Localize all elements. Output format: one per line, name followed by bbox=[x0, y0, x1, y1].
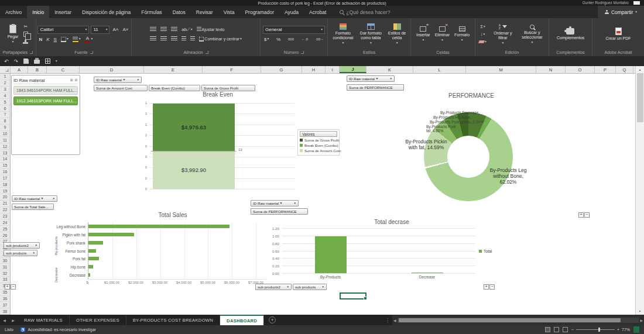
font-color-button[interactable]: A▾ bbox=[83, 36, 94, 43]
column-header-g[interactable]: G bbox=[261, 66, 302, 73]
pivot-button-break-even-combo[interactable]: Break Even (Combo) bbox=[149, 85, 200, 91]
bar-leg-without-bone[interactable] bbox=[88, 225, 229, 228]
column-header-c[interactable]: C bbox=[47, 66, 80, 73]
number-format-select[interactable]: General ▾ bbox=[263, 26, 325, 34]
pivot-button-sub-products-bottom[interactable]: sub products ▼ bbox=[293, 284, 327, 290]
pivot-filter-decrase[interactable]: ID Raw material ▼ bbox=[251, 200, 299, 206]
row-header-10[interactable]: 10 bbox=[0, 131, 10, 137]
increase-font-button[interactable]: A˄ bbox=[111, 26, 119, 33]
font-size-select[interactable]: 11 ▾ bbox=[91, 26, 109, 34]
pivot-button-sub-products2-bottom[interactable]: sub products2 ▼ bbox=[255, 284, 292, 290]
scrollbar-thumb[interactable] bbox=[399, 318, 621, 322]
delete-cells-button[interactable]: Eliminar ▾ bbox=[434, 26, 451, 42]
cell-styles-button[interactable]: Estilos de celda ▾ bbox=[386, 23, 408, 45]
next-sheet-icon[interactable]: ▶ bbox=[9, 315, 18, 325]
dialog-launcher-icon[interactable] bbox=[30, 51, 33, 54]
format-as-table-button[interactable]: Dar formato como tabla ▾ bbox=[358, 23, 384, 45]
bar-pork-fat[interactable] bbox=[88, 257, 99, 260]
row-header-4[interactable]: 4 bbox=[0, 93, 10, 99]
align-middle-button[interactable] bbox=[159, 26, 168, 33]
new-sheet-button[interactable]: + bbox=[269, 316, 276, 323]
sheet-tab-dashboard[interactable]: DASHBOARD bbox=[220, 315, 264, 325]
column-header-o[interactable]: O bbox=[566, 66, 595, 73]
sheet-tab-by-products-cost-breakdown[interactable]: BY-PRODUCTS COST BREAKDOWN bbox=[126, 315, 220, 325]
pivot-filter-id-raw-material[interactable]: ID Raw material ▼ bbox=[94, 77, 142, 83]
tab-datos[interactable]: Datos bbox=[167, 6, 191, 18]
row-header-5[interactable]: 5 bbox=[0, 99, 10, 105]
row-header-19[interactable]: 19 bbox=[0, 188, 10, 194]
pivot-button-total-sales-value[interactable]: Suma de Total Sale... bbox=[12, 204, 54, 210]
pivot-button-sub-products2[interactable]: sub products2 ▼ bbox=[4, 242, 40, 249]
zoom-in-icon[interactable]: + bbox=[617, 328, 619, 332]
table-icon[interactable] bbox=[45, 58, 50, 64]
sheet-tab-raw-materials[interactable]: RAW MATERIALS bbox=[18, 315, 70, 325]
window-controls[interactable] bbox=[633, 1, 640, 5]
cut-button[interactable]: ✂ bbox=[22, 23, 29, 30]
clear-filter-icon[interactable]: ⊘ bbox=[74, 78, 78, 82]
row-header-15[interactable]: 15 bbox=[0, 163, 10, 169]
pivot-button-decrase-value[interactable]: Suma de PERFORMANCE bbox=[251, 208, 308, 215]
row-header-23[interactable]: 23 bbox=[0, 214, 10, 220]
row-header-3[interactable]: 3 bbox=[0, 87, 10, 93]
row-header-32[interactable]: 32 bbox=[0, 270, 10, 277]
column-by-products[interactable] bbox=[315, 236, 347, 273]
merge-center-button[interactable]: Combinar y centrar▾ bbox=[198, 35, 242, 43]
row-header-7[interactable]: 7 bbox=[0, 112, 10, 118]
decrease-font-button[interactable]: A˅ bbox=[122, 26, 130, 33]
tab-programador[interactable]: Programador bbox=[239, 6, 279, 18]
prev-sheet-icon[interactable]: ◀ bbox=[0, 315, 9, 325]
pivot-button-gross-profit[interactable]: Suma de Gross Profit bbox=[201, 85, 255, 91]
page-layout-view-icon[interactable] bbox=[554, 327, 559, 332]
column-header-e[interactable]: E bbox=[144, 66, 203, 73]
dialog-launcher-icon[interactable] bbox=[90, 51, 93, 54]
addins-button[interactable]: Complementos bbox=[556, 27, 585, 41]
borders-button[interactable]: ▾ bbox=[60, 36, 70, 43]
customize-icon[interactable]: ▾ bbox=[56, 60, 57, 63]
column-header-a[interactable]: A bbox=[11, 66, 28, 73]
bar-pigkin-with-fat[interactable] bbox=[88, 233, 134, 236]
insert-cells-button[interactable]: Insertar ▾ bbox=[415, 26, 431, 42]
find-select-button[interactable]: Buscar y seleccionar ▾ bbox=[518, 24, 546, 44]
scroll-right-icon[interactable]: ▶ bbox=[640, 318, 643, 322]
save-icon[interactable] bbox=[23, 58, 29, 64]
tab-formulas[interactable]: Fórmulas bbox=[136, 6, 167, 18]
orientation-button[interactable]: ab⟋▾ bbox=[180, 26, 193, 33]
slicer-id-raw-material[interactable]: ID Raw material ≣ ⊘ 1843.946104PORK HAM … bbox=[11, 75, 80, 155]
pivot-button-sub-products[interactable]: sub products ▼ bbox=[4, 250, 37, 256]
bold-button[interactable]: N bbox=[37, 36, 43, 43]
chart-legend[interactable]: Valores Suma de Gross Profit Break Even … bbox=[297, 129, 340, 156]
column-header-j[interactable]: J bbox=[340, 66, 366, 73]
undo-icon[interactable]: ↶ bbox=[4, 58, 9, 64]
column-decrease[interactable] bbox=[412, 273, 443, 273]
pivot-button-amount-cost[interactable]: Suma de Amount Cost bbox=[94, 85, 148, 91]
row-header-35[interactable]: 35 bbox=[0, 290, 10, 296]
row-header-26[interactable]: 26 bbox=[0, 232, 10, 239]
align-left-button[interactable] bbox=[149, 35, 157, 43]
align-center-button[interactable] bbox=[159, 35, 168, 43]
row-header-12[interactable]: 12 bbox=[0, 143, 10, 150]
collapse-button[interactable]: − bbox=[584, 212, 590, 218]
total-sales-chart[interactable]: Total Sales Leg without BonePigkin with … bbox=[50, 208, 296, 291]
scroll-left-icon[interactable]: ◀ bbox=[393, 318, 396, 322]
column-header-p[interactable]: P bbox=[595, 66, 616, 73]
collapse-button[interactable]: − bbox=[489, 284, 495, 290]
row-header-36[interactable]: 36 bbox=[0, 296, 10, 302]
pivot-filter-total-sales[interactable]: ID Raw material ▼ bbox=[12, 195, 57, 202]
fill-button[interactable]: ↓▾ bbox=[478, 30, 488, 38]
share-button[interactable]: Compartir ▾ bbox=[598, 6, 644, 18]
row-header-20[interactable]: 20 bbox=[0, 194, 10, 201]
format-cells-button[interactable]: Formato ▾ bbox=[453, 26, 471, 42]
expand-button[interactable]: + bbox=[5, 284, 10, 290]
copy-button[interactable] bbox=[22, 30, 29, 38]
expand-button[interactable]: + bbox=[578, 212, 584, 218]
dialog-launcher-icon[interactable] bbox=[301, 51, 304, 54]
normal-view-icon[interactable] bbox=[545, 327, 550, 332]
slicer-item[interactable]: 1912.346103PORK HAM FULL... bbox=[13, 97, 78, 105]
column-header-b[interactable]: B bbox=[28, 66, 47, 73]
align-right-button[interactable] bbox=[170, 35, 179, 43]
row-header-30[interactable]: 30 bbox=[0, 257, 10, 264]
decrease-decimal-button[interactable]: .00→ bbox=[314, 36, 325, 43]
row-header-16[interactable]: 16 bbox=[0, 169, 10, 175]
zoom-slider-thumb[interactable] bbox=[598, 328, 600, 332]
row-header-22[interactable]: 22 bbox=[0, 207, 10, 214]
